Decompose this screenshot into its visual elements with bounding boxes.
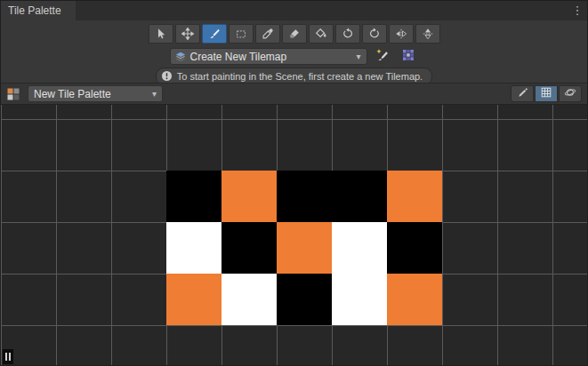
window-menu-button[interactable]: ⋮ (570, 2, 584, 18)
flip-vertical-icon (422, 28, 434, 40)
tile-orange[interactable] (166, 274, 222, 325)
tilemap-row: Create New Tilemap ▾ (1, 48, 587, 65)
tile-orange[interactable] (387, 171, 442, 222)
tool-flip-y-button[interactable] (415, 24, 440, 44)
palette-dropdown-value: New Tile Palette (28, 88, 147, 100)
grid-vertical-line (552, 105, 553, 365)
tile-black[interactable] (277, 274, 332, 325)
toolbar-area: Create New Tilemap ▾ To start painting i… (1, 20, 587, 83)
tile-black[interactable] (332, 171, 387, 222)
paint-bucket-icon (315, 28, 327, 40)
move-cross-icon (181, 28, 194, 40)
toggle-grid-button[interactable] (535, 85, 558, 102)
brush-sparkle-icon (375, 48, 390, 65)
tilemap-grid-button[interactable] (398, 48, 419, 66)
resize-grip-icon[interactable] (3, 349, 13, 364)
cursor-arrow-icon (155, 28, 167, 40)
pencil-icon (517, 87, 528, 101)
tool-erase-button[interactable] (282, 24, 307, 44)
help-text: To start painting in the Scene, first cr… (177, 71, 423, 82)
exclamation-icon (161, 70, 173, 84)
tool-rotate-ccw-button[interactable] (335, 24, 360, 44)
tool-rotate-cw-button[interactable] (362, 24, 387, 44)
tilemap-grid-icon (401, 48, 415, 65)
palette-dropdown[interactable]: New Tile Palette ▾ (28, 85, 163, 102)
flip-horizontal-icon (395, 28, 407, 40)
marquee-rect-icon (235, 28, 247, 40)
tile-black[interactable] (277, 171, 332, 222)
palette-bar: New Tile Palette ▾ (1, 83, 587, 105)
tool-pick-button[interactable] (255, 24, 280, 44)
grid-icon (540, 86, 552, 101)
tool-select-button[interactable] (149, 24, 173, 44)
focus-sphere-icon (564, 86, 576, 101)
tools-row (1, 24, 587, 44)
eyedropper-icon (262, 28, 274, 40)
edit-palette-button[interactable] (511, 85, 534, 102)
rotate-cw-icon (368, 28, 381, 40)
tile-orange[interactable] (277, 222, 332, 274)
rotate-ccw-icon (342, 28, 354, 40)
grid-vertical-line (1, 105, 2, 365)
palette-bar-buttons (511, 85, 582, 102)
grid-horizontal-line (1, 119, 587, 120)
grid-horizontal-line (1, 325, 587, 326)
tile-orange[interactable] (222, 171, 277, 222)
tile-white[interactable] (222, 274, 277, 325)
chevron-down-icon: ▾ (356, 52, 360, 61)
tilemap-dropdown[interactable]: Create New Tilemap ▾ (170, 48, 367, 65)
paintbrush-icon (208, 28, 221, 40)
focus-mode-button[interactable] (559, 85, 582, 102)
tool-paint-button[interactable] (202, 24, 227, 44)
tile-white[interactable] (166, 222, 222, 274)
tile-white[interactable] (332, 274, 387, 325)
tile-black[interactable] (387, 222, 442, 274)
chevron-down-icon: ▾ (152, 89, 157, 99)
grid-vertical-line (497, 105, 498, 365)
tab-title: Tile Palette (8, 4, 61, 17)
titlebar: Tile Palette ⋮ (1, 1, 587, 20)
new-palette-brush-button[interactable] (372, 48, 393, 66)
tab-tile-palette[interactable]: Tile Palette (1, 1, 76, 20)
tool-box-fill-button[interactable] (229, 24, 254, 44)
palette-canvas[interactable] (1, 105, 587, 365)
grid-vertical-line (442, 105, 443, 365)
tool-flip-x-button[interactable] (389, 24, 414, 44)
layers-icon (174, 51, 187, 63)
grid-vertical-line (111, 105, 112, 365)
tile-black[interactable] (166, 171, 222, 222)
tile-orange[interactable] (387, 274, 442, 325)
tilemap-dropdown-value: Create New Tilemap (189, 51, 351, 63)
tile-palette-icon (6, 87, 20, 101)
tile-black[interactable] (222, 222, 277, 274)
tile-palette-window: Tile Palette ⋮ (0, 0, 588, 366)
eraser-icon (288, 28, 301, 40)
tool-fill-button[interactable] (309, 24, 334, 44)
tile-white[interactable] (332, 222, 387, 274)
grid-vertical-line (56, 105, 57, 365)
tool-move-button[interactable] (175, 24, 200, 44)
